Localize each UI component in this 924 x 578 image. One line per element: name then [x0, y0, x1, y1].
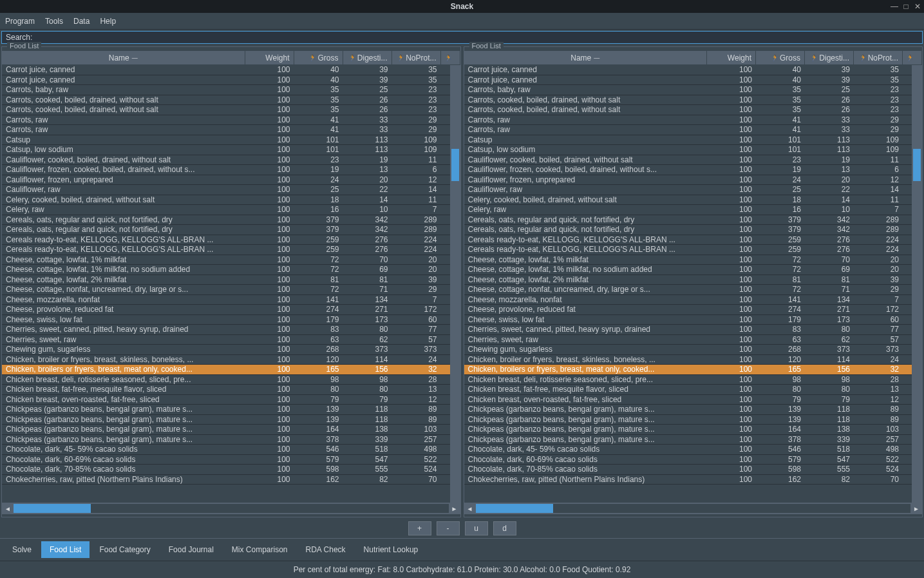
- table-row[interactable]: Celery, cooked, boiled, drained, without…: [464, 195, 923, 206]
- table-row[interactable]: Cauliflower, frozen, unprepared100242012: [2, 175, 460, 186]
- table-row[interactable]: Chickpeas (garbanzo beans, bengal gram),…: [2, 425, 460, 435]
- table-row[interactable]: Cherries, sweet, canned, pitted, heavy s…: [464, 325, 923, 335]
- table-row[interactable]: Cereals ready-to-eat, KELLOGG, KELLOGG'S…: [464, 235, 923, 246]
- table-row[interactable]: Chickpeas (garbanzo beans, bengal gram),…: [464, 435, 923, 445]
- vertical-scrollbar[interactable]: [912, 65, 922, 505]
- table-row[interactable]: Chocolate, dark, 45- 59% cacao solids100…: [464, 445, 923, 455]
- scroll-left-icon[interactable]: ◄: [464, 503, 476, 514]
- table-row[interactable]: Chokecherries, raw, pitted (Northern Pla…: [464, 475, 923, 485]
- table-row[interactable]: Cauliflower, cooked, boiled, drained, wi…: [2, 155, 460, 166]
- table-row[interactable]: Cauliflower, frozen, unprepared100242012: [464, 175, 923, 186]
- table-row[interactable]: Carrots, raw100413329: [464, 115, 923, 126]
- tab-food-journal[interactable]: Food Journal: [160, 541, 222, 558]
- column-gross[interactable]: 🏃Gross: [294, 51, 343, 64]
- table-row[interactable]: Cheese, provolone, reduced fat1002742711…: [2, 305, 460, 315]
- table-row[interactable]: Chokecherries, raw, pitted (Northern Pla…: [2, 475, 460, 485]
- table-row[interactable]: Carrots, cooked, boiled, drained, withou…: [464, 105, 923, 115]
- scrollbar-thumb[interactable]: [14, 504, 91, 513]
- tab-rda-check[interactable]: RDA Check: [297, 541, 354, 558]
- button-add[interactable]: +: [408, 521, 431, 535]
- table-row[interactable]: Chocolate, dark, 60-69% cacao solids1005…: [2, 455, 460, 465]
- table-row[interactable]: Cheese, cottage, lowfat, 1% milkfat10072…: [2, 255, 460, 265]
- table-row[interactable]: Chicken breast, fat-free, mesquite flavo…: [2, 385, 460, 395]
- table-row[interactable]: Carrot juice, canned100403935: [464, 65, 923, 75]
- table-row[interactable]: Chewing gum, sugarless100268373373: [464, 345, 923, 355]
- table-row[interactable]: Catsup, low sodium100101113109: [464, 145, 923, 155]
- table-row[interactable]: Carrots, baby, raw100352523: [2, 85, 460, 95]
- table-row[interactable]: Cereals, oats, regular and quick, not fo…: [464, 225, 923, 235]
- table-row[interactable]: Cheese, cottage, lowfat, 1% milkfat10072…: [464, 255, 923, 265]
- button-d[interactable]: d: [493, 521, 516, 535]
- table-row[interactable]: Cereals ready-to-eat, KELLOGG, KELLOGG'S…: [2, 235, 460, 246]
- table-row[interactable]: Celery, raw10016107: [2, 205, 460, 215]
- scrollbar-thumb[interactable]: [451, 149, 459, 181]
- menu-data[interactable]: Data: [73, 17, 90, 26]
- table-row[interactable]: Cauliflower, frozen, cooked, boiled, dra…: [2, 165, 460, 175]
- table-row[interactable]: Cheese, mozzarella, nonfat1001411347: [2, 295, 460, 305]
- horizontal-scrollbar[interactable]: ◄ ►: [464, 503, 923, 514]
- table-row[interactable]: Cauliflower, frozen, cooked, boiled, dra…: [464, 165, 923, 175]
- table-row[interactable]: Catsup100101113109: [464, 135, 923, 146]
- table-row[interactable]: Chicken breast, deli, rotisserie seasone…: [2, 375, 460, 385]
- table-row[interactable]: Cheese, cottage, lowfat, 2% milkfat10081…: [464, 275, 923, 285]
- scrollbar-thumb[interactable]: [913, 149, 921, 181]
- table-row[interactable]: Chicken, broiler or fryers, breast, skin…: [2, 355, 460, 365]
- scrollbar-track[interactable]: [14, 504, 449, 513]
- column-weight[interactable]: Weight: [245, 51, 294, 64]
- menu-program[interactable]: Program: [5, 17, 35, 26]
- table-row[interactable]: Carrots, cooked, boiled, drained, withou…: [2, 105, 460, 115]
- table-row[interactable]: Chickpeas (garbanzo beans, bengal gram),…: [2, 435, 460, 445]
- table-row[interactable]: Chicken breast, deli, rotisserie seasone…: [464, 375, 923, 385]
- tab-food-category[interactable]: Food Category: [91, 541, 158, 558]
- column-noprot[interactable]: 🏃NoProt...: [392, 51, 441, 64]
- table-row[interactable]: Chicken, broiler or fryers, breast, skin…: [464, 355, 923, 365]
- vertical-scrollbar[interactable]: [450, 65, 460, 505]
- table-row[interactable]: Chicken breast, oven-roasted, fat-free, …: [2, 395, 460, 405]
- horizontal-scrollbar[interactable]: ◄ ►: [2, 503, 460, 514]
- table-row[interactable]: Cheese, cottage, nonfat, uncreamed, dry,…: [2, 285, 460, 295]
- search-input[interactable]: [35, 33, 918, 42]
- table-row[interactable]: Cheese, cottage, lowfat, 2% milkfat10081…: [2, 275, 460, 285]
- scrollbar-thumb[interactable]: [476, 504, 553, 513]
- table-row[interactable]: Chicken breast, oven-roasted, fat-free, …: [464, 395, 923, 405]
- close-icon[interactable]: ✕: [914, 3, 921, 10]
- table-row[interactable]: Cherries, sweet, canned, pitted, heavy s…: [2, 325, 460, 335]
- column-x[interactable]: 🏃: [903, 51, 922, 64]
- table-row[interactable]: Cheese, swiss, low fat10017917360: [464, 315, 923, 325]
- table-row[interactable]: Chickpeas (garbanzo beans, bengal gram),…: [464, 425, 923, 435]
- table-row[interactable]: Carrots, cooked, boiled, drained, withou…: [2, 95, 460, 106]
- table-row[interactable]: Cheese, cottage, lowfat, 1% milkfat, no …: [2, 265, 460, 275]
- table-row[interactable]: Cheese, swiss, low fat10017917360: [2, 315, 460, 325]
- minimize-icon[interactable]: —: [891, 3, 898, 10]
- table-row[interactable]: Chocolate, dark, 45- 59% cacao solids100…: [2, 445, 460, 455]
- table-row[interactable]: Cauliflower, cooked, boiled, drained, wi…: [464, 155, 923, 166]
- table-row[interactable]: Carrots, baby, raw100352523: [464, 85, 923, 95]
- scrollbar-track[interactable]: [476, 504, 911, 513]
- tab-food-list[interactable]: Food List: [41, 541, 90, 558]
- table-row[interactable]: Chewing gum, sugarless100268373373: [2, 345, 460, 355]
- table-row[interactable]: Chickpeas (garbanzo beans, bengal gram),…: [2, 415, 460, 425]
- table-row[interactable]: Chocolate, dark, 60-69% cacao solids1005…: [464, 455, 923, 465]
- table-row[interactable]: Chocolate, dark, 70-85% cacao solids1005…: [464, 465, 923, 475]
- table-row[interactable]: Chickpeas (garbanzo beans, bengal gram),…: [464, 415, 923, 425]
- maximize-icon[interactable]: □: [902, 3, 910, 10]
- button-remove[interactable]: -: [437, 521, 460, 535]
- table-row[interactable]: Cereals ready-to-eat, KELLOGG, KELLOGG'S…: [464, 245, 923, 255]
- column-name[interactable]: Name—: [2, 51, 245, 64]
- table-row[interactable]: Cheese, provolone, reduced fat1002742711…: [464, 305, 923, 315]
- table-row[interactable]: Cauliflower, raw100252214: [2, 185, 460, 195]
- tab-solve[interactable]: Solve: [4, 541, 40, 558]
- column-name[interactable]: Name—: [464, 51, 708, 64]
- table-row[interactable]: Cheese, cottage, nonfat, uncreamed, dry,…: [464, 285, 923, 295]
- menu-help[interactable]: Help: [100, 17, 116, 26]
- column-digest[interactable]: 🏃Digesti...: [805, 51, 854, 64]
- table-row[interactable]: Cereals, oats, regular and quick, not fo…: [2, 225, 460, 235]
- table-row[interactable]: Carrots, raw100413329: [2, 125, 460, 135]
- table-row[interactable]: Cereals, oats, regular and quick, not fo…: [464, 215, 923, 226]
- button-u[interactable]: u: [465, 521, 488, 535]
- table-row[interactable]: Cereals, oats, regular and quick, not fo…: [2, 215, 460, 226]
- tab-mix-comparison[interactable]: Mix Comparison: [223, 541, 296, 558]
- table-row[interactable]: Chickpeas (garbanzo beans, bengal gram),…: [464, 405, 923, 415]
- menu-tools[interactable]: Tools: [45, 17, 63, 26]
- table-row[interactable]: Cereals ready-to-eat, KELLOGG, KELLOGG'S…: [2, 245, 460, 255]
